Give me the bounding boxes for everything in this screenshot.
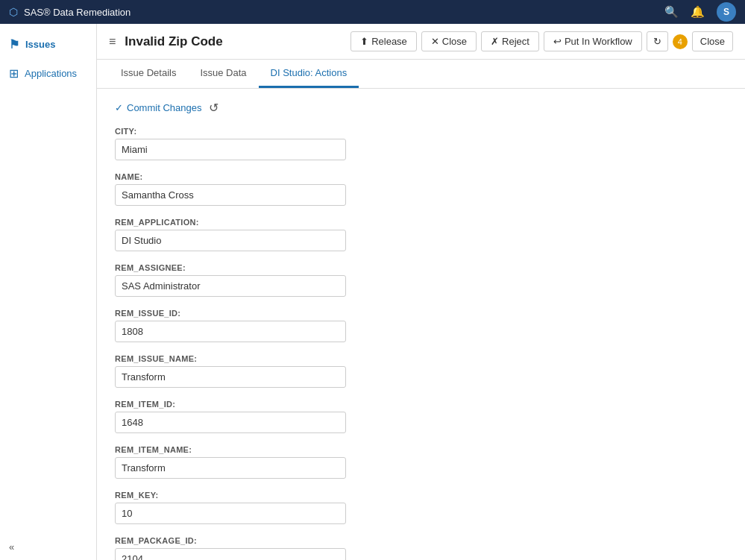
collapse-icon: « xyxy=(9,541,14,553)
label-rem-issue-id: REM_ISSUE_ID: xyxy=(115,309,497,318)
label-name: NAME: xyxy=(115,172,497,181)
issue-title: Invalid Zip Code xyxy=(125,34,342,49)
close-icon: ✕ xyxy=(431,36,439,47)
sidebar-item-applications[interactable]: ⊞ Applications xyxy=(0,59,96,88)
reset-icon: ↺ xyxy=(209,101,219,114)
sidebar-applications-label: Applications xyxy=(25,68,77,79)
top-bar-icons: 🔍 🔔 S xyxy=(664,2,736,22)
menu-icon[interactable]: ≡ xyxy=(109,35,116,48)
reset-button[interactable]: ↺ xyxy=(209,101,219,115)
input-rem-issue-name[interactable] xyxy=(115,366,346,388)
tab-issue-details[interactable]: Issue Details xyxy=(109,60,188,88)
close-button[interactable]: ✕ Close xyxy=(421,31,477,51)
field-group-rem-issue-name: REM_ISSUE_NAME: xyxy=(115,354,497,388)
sidebar-collapse[interactable]: « xyxy=(0,534,96,560)
user-avatar[interactable]: S xyxy=(717,2,736,22)
sidebar-issues-label: Issues xyxy=(25,39,55,50)
commit-bar: ✓ Commit Changes ↺ xyxy=(115,101,497,115)
field-group-rem-application: REM_APPLICATION: xyxy=(115,218,497,251)
app-logo: ⬡ xyxy=(9,6,18,18)
issues-icon: ⚑ xyxy=(9,37,19,51)
field-group-rem-assignee: REM_ASSIGNEE: xyxy=(115,263,497,297)
applications-icon: ⊞ xyxy=(9,66,19,81)
commit-changes-button[interactable]: ✓ Commit Changes xyxy=(115,102,201,113)
input-rem-issue-id[interactable] xyxy=(115,321,346,342)
label-city: CITY: xyxy=(115,127,497,136)
header-actions: ⬆ Release ✕ Close ✗ Reject ↩ Put In Work… xyxy=(351,31,733,51)
field-group-rem-item-id: REM_ITEM_ID: xyxy=(115,400,497,433)
top-bar: ⬡ SAS® Data Remediation 🔍 🔔 S xyxy=(0,0,745,24)
input-rem-item-name[interactable] xyxy=(115,457,346,479)
refresh-button[interactable]: ↻ xyxy=(647,31,668,51)
field-group-name: NAME: xyxy=(115,172,497,206)
input-city[interactable] xyxy=(115,139,346,160)
input-rem-assignee[interactable] xyxy=(115,275,346,297)
reject-icon: ✗ xyxy=(491,36,499,47)
input-rem-key[interactable] xyxy=(115,503,346,524)
workflow-icon: ↩ xyxy=(553,36,562,47)
checkmark-icon: ✓ xyxy=(115,102,123,113)
app-title: SAS® Data Remediation xyxy=(24,7,131,18)
release-icon: ⬆ xyxy=(360,36,368,47)
sidebar: ⚑ Issues ⊞ Applications « xyxy=(0,24,97,560)
label-rem-item-name: REM_ITEM_NAME: xyxy=(115,445,497,454)
input-rem-item-id[interactable] xyxy=(115,412,346,433)
label-rem-assignee: REM_ASSIGNEE: xyxy=(115,263,497,272)
tab-di-studio-actions[interactable]: DI Studio: Actions xyxy=(259,60,359,88)
input-name[interactable] xyxy=(115,184,346,206)
label-rem-key: REM_KEY: xyxy=(115,491,497,500)
count-badge: 4 xyxy=(673,34,688,49)
main-content: ≡ Invalid Zip Code ⬆ Release ✕ Close ✗ R… xyxy=(97,24,745,560)
reject-button[interactable]: ✗ Reject xyxy=(481,31,539,51)
refresh-icon: ↻ xyxy=(653,36,661,47)
content-area[interactable]: ✓ Commit Changes ↺ CITY:NAME:REM_APPLICA… xyxy=(97,89,745,560)
tab-issue-data[interactable]: Issue Data xyxy=(188,60,258,88)
field-group-rem-item-name: REM_ITEM_NAME: xyxy=(115,445,497,479)
input-rem-application[interactable] xyxy=(115,230,346,251)
put-in-workflow-button[interactable]: ↩ Put In Workflow xyxy=(544,31,642,51)
label-rem-item-id: REM_ITEM_ID: xyxy=(115,400,497,409)
label-rem-issue-name: REM_ISSUE_NAME: xyxy=(115,354,497,363)
input-rem-package-id[interactable] xyxy=(115,548,346,560)
tabs: Issue Details Issue Data DI Studio: Acti… xyxy=(97,60,745,89)
label-rem-application: REM_APPLICATION: xyxy=(115,218,497,227)
sidebar-item-issues[interactable]: ⚑ Issues xyxy=(0,30,96,59)
label-rem-package-id: REM_PACKAGE_ID: xyxy=(115,536,497,545)
search-icon[interactable]: 🔍 xyxy=(664,5,679,19)
commit-label: Commit Changes xyxy=(127,102,201,113)
field-group-rem-package-id: REM_PACKAGE_ID: xyxy=(115,536,497,560)
field-group-rem-key: REM_KEY: xyxy=(115,491,497,524)
form-area: ✓ Commit Changes ↺ CITY:NAME:REM_APPLICA… xyxy=(97,89,515,560)
close-x-button[interactable]: Close xyxy=(692,31,733,51)
fields-container: CITY:NAME:REM_APPLICATION:REM_ASSIGNEE:R… xyxy=(115,127,497,560)
field-group-city: CITY: xyxy=(115,127,497,160)
issue-header: ≡ Invalid Zip Code ⬆ Release ✕ Close ✗ R… xyxy=(97,24,745,60)
field-group-rem-issue-id: REM_ISSUE_ID: xyxy=(115,309,497,342)
release-button[interactable]: ⬆ Release xyxy=(351,31,417,51)
app-layout: ⚑ Issues ⊞ Applications « ≡ Invalid Zip … xyxy=(0,24,745,560)
notification-icon[interactable]: 🔔 xyxy=(691,5,705,19)
